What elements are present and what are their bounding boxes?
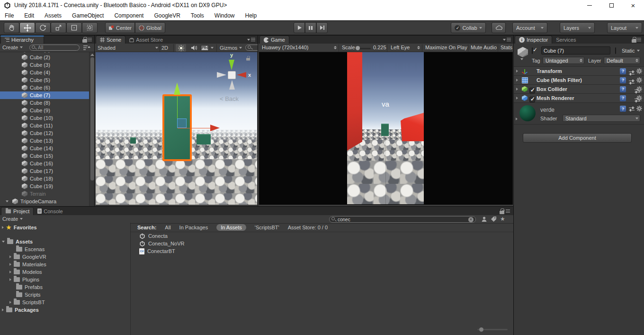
component-mesh-renderer[interactable]: Mesh Renderer <box>514 93 644 102</box>
scene-search-field[interactable] <box>245 45 258 51</box>
splitter-scene-game[interactable] <box>258 35 258 207</box>
help-icon[interactable] <box>620 68 626 74</box>
scope-all[interactable]: All <box>165 225 170 230</box>
tree-item[interactable]: Scripts <box>16 291 41 299</box>
tab-asset-store[interactable]: Asset Store <box>125 36 167 44</box>
scale-slider-knob[interactable] <box>356 46 360 50</box>
foldout-icon[interactable] <box>516 70 518 72</box>
menu-tools[interactable]: Tools <box>191 12 204 19</box>
foldout-icon[interactable] <box>2 226 4 229</box>
tree-item[interactable]: Escenas <box>16 245 45 253</box>
cloud-button[interactable] <box>492 22 506 33</box>
tree-item[interactable]: Prefabs <box>16 283 43 291</box>
tab-game[interactable]: Game <box>259 36 289 44</box>
scrollbar-thumb[interactable] <box>90 57 94 181</box>
view-gizmo-y-cone[interactable] <box>229 60 234 70</box>
gear-icon[interactable] <box>636 95 642 101</box>
tab-console[interactable]: Console <box>34 207 66 215</box>
gear-icon[interactable] <box>636 68 642 74</box>
hierarchy-item[interactable]: Cube (5) <box>0 76 89 84</box>
tree-item-packages[interactable]: Packages <box>0 306 130 314</box>
tree-item-assets[interactable]: Assets <box>0 238 130 245</box>
menu-gameobject[interactable]: GameObject <box>72 12 104 19</box>
hierarchy-item[interactable]: Cube (16) <box>0 160 89 167</box>
project-search-field[interactable]: × <box>329 216 476 223</box>
scene-cube-right[interactable] <box>197 134 211 145</box>
tree-item[interactable]: Materiales <box>9 261 46 268</box>
material-preview-sphere[interactable] <box>519 105 536 121</box>
hierarchy-item[interactable]: Cube (17) <box>0 167 89 175</box>
result-item[interactable]: Conecta_NoVR <box>139 240 184 247</box>
layout-dropdown[interactable]: Layout <box>607 22 642 33</box>
tab-inspector[interactable]: i Inspector <box>515 36 552 44</box>
foldout-expanded-icon[interactable] <box>2 241 5 243</box>
result-item[interactable]: Conecta <box>139 232 168 240</box>
menu-assets[interactable]: Assets <box>45 12 62 19</box>
scene-viewport[interactable]: y x < Back <box>96 52 257 205</box>
project-panel-menu[interactable] <box>502 209 510 213</box>
hierarchy-item[interactable]: Cube (9) <box>0 107 89 114</box>
scene-panel-menu[interactable] <box>247 38 255 41</box>
clear-search-icon[interactable]: × <box>468 217 474 222</box>
splitter-hierarchy-scene[interactable] <box>94 35 95 207</box>
hierarchy-item-disabled[interactable]: Terrain <box>0 190 89 198</box>
hierarchy-item[interactable]: Cube (4) <box>0 69 89 76</box>
hierarchy-item[interactable]: Cube (15) <box>0 152 89 160</box>
foldout-icon[interactable] <box>2 308 4 311</box>
orientation-mode-button[interactable]: Global <box>135 22 165 33</box>
move-tool-button[interactable] <box>19 22 35 33</box>
scroll-up-icon[interactable] <box>90 54 94 56</box>
static-dropdown-icon[interactable] <box>637 50 640 52</box>
menu-file[interactable]: File <box>5 12 14 19</box>
foldout-expanded-icon[interactable] <box>6 200 9 202</box>
hierarchy-item[interactable]: Cube (12) <box>0 129 89 137</box>
pause-button[interactable] <box>305 22 316 33</box>
hierarchy-item-selected[interactable]: Cube (7) <box>0 91 89 99</box>
help-icon[interactable] <box>620 77 626 83</box>
effects-dropdown-icon[interactable] <box>211 47 214 49</box>
close-button[interactable]: × <box>622 0 644 10</box>
menu-help[interactable]: Help <box>245 12 257 19</box>
scene-gizmo-lock-icon[interactable] <box>246 56 250 61</box>
mute-audio-button[interactable]: Mute Audio <box>471 45 497 50</box>
play-button[interactable] <box>294 22 305 33</box>
hierarchy-item[interactable]: Cube (8) <box>0 99 89 107</box>
menu-googlevr[interactable]: GoogleVR <box>154 12 180 19</box>
component-mesh-filter[interactable]: Cube (Mesh Filter) <box>514 75 644 84</box>
move-gizmo-x-arrow[interactable] <box>210 125 220 131</box>
view-gizmo-x-cone[interactable] <box>237 72 246 78</box>
splitter-inspector[interactable] <box>513 35 514 335</box>
icon-size-slider-knob[interactable] <box>479 327 483 332</box>
hierarchy-item[interactable]: Cube (6) <box>0 84 89 91</box>
gear-icon[interactable] <box>636 106 642 111</box>
save-search-icon[interactable]: ★ <box>500 216 505 222</box>
foldout-icon[interactable] <box>516 88 518 91</box>
tab-scene[interactable]: Scene <box>96 36 125 44</box>
foldout-icon[interactable] <box>9 255 11 258</box>
foldout-icon[interactable] <box>9 263 11 266</box>
game-panel-menu[interactable] <box>503 38 511 41</box>
gameobject-icon[interactable] <box>518 47 528 57</box>
add-component-button[interactable]: Add Component <box>523 133 632 143</box>
result-item[interactable]: ConectarBT <box>139 247 175 255</box>
scene-audio-toggle[interactable] <box>188 44 199 52</box>
move-gizmo-y-arrow[interactable] <box>174 82 180 95</box>
tab-hierarchy[interactable]: Hierarchy <box>0 36 44 44</box>
tree-item[interactable]: ScriptsBT <box>9 299 45 306</box>
hierarchy-item[interactable]: Cube (10) <box>0 114 89 122</box>
game-viewport[interactable]: va <box>259 52 513 205</box>
layer-dropdown[interactable]: Default <box>604 57 640 64</box>
project-create-button[interactable]: Create <box>2 216 23 222</box>
asset-store-count[interactable]: Asset Store: 0 / 0 <box>288 225 328 230</box>
hierarchy-item[interactable]: Cube (3) <box>0 61 89 69</box>
foldout-icon[interactable] <box>9 301 11 304</box>
layers-dropdown[interactable]: Layers <box>560 22 595 33</box>
collab-button[interactable]: ✓ Collab <box>451 22 486 33</box>
tree-item-favorites[interactable]: ★ Favorites <box>0 224 130 231</box>
help-icon[interactable] <box>620 95 626 101</box>
menu-window[interactable]: Window <box>215 12 235 19</box>
scope-in-packages[interactable]: In Packages <box>179 225 208 230</box>
menu-edit[interactable]: Edit <box>24 12 34 19</box>
gameobject-icon-dropdown[interactable] <box>520 58 523 60</box>
foldout-icon[interactable] <box>516 79 518 81</box>
